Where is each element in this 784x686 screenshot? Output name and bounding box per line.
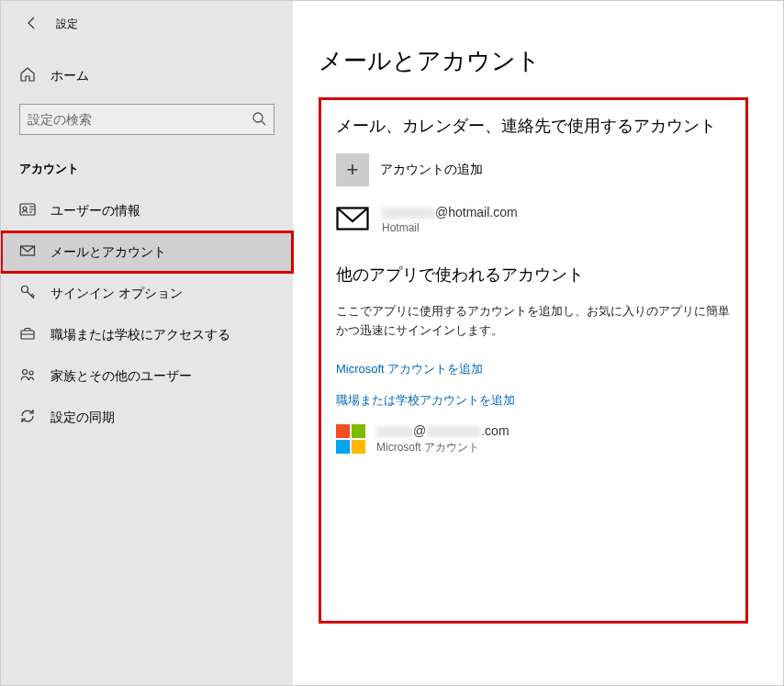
nav-item-family-users[interactable]: 家族とその他のユーザー xyxy=(1,355,293,397)
nav-item-user-info[interactable]: ユーザーの情報 xyxy=(1,190,293,231)
nav-item-email-accounts[interactable]: メールとアカウント xyxy=(1,231,293,273)
sync-icon xyxy=(19,408,36,427)
account-item-microsoft[interactable]: @.com Microsoft アカウント xyxy=(336,423,731,455)
section-label: アカウント xyxy=(1,142,293,185)
mail-icon xyxy=(19,242,36,262)
section-heading-mail-accounts: メール、カレンダー、連絡先で使用するアカウント xyxy=(336,115,731,137)
account-email: @.com xyxy=(376,423,510,438)
nav-home-label: ホーム xyxy=(50,68,89,84)
page-title: メールとアカウント xyxy=(319,45,748,77)
nav-item-sync-settings[interactable]: 設定の同期 xyxy=(1,397,293,438)
search-input[interactable] xyxy=(28,112,252,127)
microsoft-logo-icon xyxy=(336,424,365,454)
nav-item-label: 職場または学校にアクセスする xyxy=(50,327,230,343)
link-add-ms-account[interactable]: Microsoft アカウントを追加 xyxy=(336,361,731,377)
section-heading-other-apps: 他のアプリで使われるアカウント xyxy=(336,264,731,286)
user-card-icon xyxy=(19,201,36,220)
key-icon xyxy=(19,284,36,303)
svg-point-6 xyxy=(23,370,28,375)
briefcase-icon xyxy=(19,325,36,344)
envelope-icon xyxy=(336,207,369,233)
account-type: Hotmail xyxy=(382,221,518,234)
back-arrow-icon[interactable] xyxy=(25,16,39,33)
link-add-work-account[interactable]: 職場または学校アカウントを追加 xyxy=(336,392,731,409)
nav-list: ユーザーの情報 メールとアカウント サインイン オプション 職場または学校にアク… xyxy=(1,185,293,438)
search-box[interactable] xyxy=(19,104,274,135)
nav-item-label: メールとアカウント xyxy=(50,244,166,261)
svg-point-2 xyxy=(23,207,27,210)
plus-icon: + xyxy=(336,153,369,186)
section-description: ここでアプリに使用するアカウントを追加し、お気に入りのアプリに簡単かつ迅速にサイ… xyxy=(336,302,731,341)
main-panel: メールとアカウント メール、カレンダー、連絡先で使用するアカウント + アカウン… xyxy=(293,1,783,685)
nav-item-label: ユーザーの情報 xyxy=(50,203,140,219)
sidebar: 設定 ホーム アカウント ユーザーの情報 xyxy=(1,1,293,685)
svg-point-4 xyxy=(22,287,28,293)
nav-home[interactable]: ホーム xyxy=(1,55,293,96)
search-icon xyxy=(252,111,266,129)
add-account-label: アカウントの追加 xyxy=(380,162,483,178)
window-title: 設定 xyxy=(56,17,78,32)
people-icon xyxy=(19,366,36,386)
nav-item-label: 家族とその他のユーザー xyxy=(50,368,192,385)
nav-item-label: サインイン オプション xyxy=(50,286,183,302)
add-account-button[interactable]: + アカウントの追加 xyxy=(336,153,731,186)
nav-item-signin-options[interactable]: サインイン オプション xyxy=(1,273,293,314)
svg-point-0 xyxy=(253,113,263,122)
nav-item-label: 設定の同期 xyxy=(50,410,115,426)
home-icon xyxy=(19,66,36,85)
account-type: Microsoft アカウント xyxy=(376,440,510,455)
account-item-hotmail[interactable]: @hotmail.com Hotmail xyxy=(336,205,731,234)
highlight-frame: メール、カレンダー、連絡先で使用するアカウント + アカウントの追加 @hotm… xyxy=(319,97,748,624)
nav-item-work-school[interactable]: 職場または学校にアクセスする xyxy=(1,314,293,355)
svg-point-7 xyxy=(29,371,33,375)
account-email: @hotmail.com xyxy=(382,205,518,219)
